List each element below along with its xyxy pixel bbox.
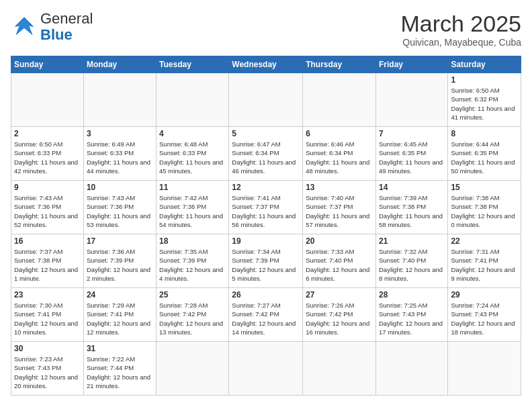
calendar-cell: 14Sunrise: 7:39 AMSunset: 7:38 PMDayligh… (375, 181, 447, 234)
calendar-cell (375, 342, 447, 396)
day-number: 7 (379, 129, 445, 138)
calendar-cell: 6Sunrise: 6:46 AMSunset: 6:34 PMDaylight… (303, 127, 376, 181)
calendar-cell (229, 342, 303, 396)
page-header: General Blue March 2025 Quivican, Mayabe… (11, 11, 521, 48)
logo-icon (11, 15, 38, 39)
day-number: 9 (14, 183, 81, 192)
day-number: 2 (14, 129, 81, 138)
day-number: 4 (159, 129, 226, 138)
days-of-week-row: SundayMondayTuesdayWednesdayThursdayFrid… (11, 56, 521, 73)
day-info: Sunrise: 7:23 AMSunset: 7:43 PMDaylight:… (14, 355, 81, 390)
day-number: 8 (451, 129, 518, 138)
calendar-cell: 15Sunrise: 7:38 AMSunset: 7:38 PMDayligh… (448, 181, 521, 234)
day-info: Sunrise: 7:31 AMSunset: 7:41 PMDaylight:… (451, 247, 518, 283)
day-info: Sunrise: 7:24 AMSunset: 7:43 PMDaylight:… (451, 301, 518, 336)
day-info: Sunrise: 7:25 AMSunset: 7:43 PMDaylight:… (379, 301, 445, 336)
calendar-week-4: 23Sunrise: 7:30 AMSunset: 7:41 PMDayligh… (11, 288, 521, 342)
day-header-wednesday: Wednesday (229, 56, 303, 73)
day-number: 31 (87, 344, 153, 353)
calendar-cell: 26Sunrise: 7:27 AMSunset: 7:42 PMDayligh… (229, 288, 303, 342)
day-number: 13 (306, 183, 373, 192)
day-info: Sunrise: 7:33 AMSunset: 7:40 PMDaylight:… (306, 247, 373, 283)
calendar-cell: 2Sunrise: 6:50 AMSunset: 6:33 PMDaylight… (11, 127, 84, 181)
logo-text: General Blue (40, 11, 93, 43)
day-number: 14 (379, 183, 445, 192)
day-info: Sunrise: 7:39 AMSunset: 7:38 PMDaylight:… (379, 193, 445, 229)
day-info: Sunrise: 6:50 AMSunset: 6:32 PMDaylight:… (451, 86, 518, 122)
day-number: 16 (14, 236, 81, 246)
day-header-thursday: Thursday (303, 56, 376, 73)
calendar-cell: 13Sunrise: 7:40 AMSunset: 7:37 PMDayligh… (303, 181, 376, 234)
calendar-cell: 21Sunrise: 7:32 AMSunset: 7:40 PMDayligh… (375, 234, 447, 288)
calendar-week-2: 9Sunrise: 7:43 AMSunset: 7:36 PMDaylight… (11, 181, 521, 234)
calendar-cell: 20Sunrise: 7:33 AMSunset: 7:40 PMDayligh… (303, 234, 376, 288)
day-info: Sunrise: 6:44 AMSunset: 6:35 PMDaylight:… (451, 140, 518, 175)
day-number: 15 (451, 183, 518, 192)
day-number: 25 (159, 290, 226, 300)
day-info: Sunrise: 7:26 AMSunset: 7:42 PMDaylight:… (306, 301, 373, 336)
calendar-cell: 4Sunrise: 6:48 AMSunset: 6:33 PMDaylight… (157, 127, 229, 181)
day-number: 28 (379, 290, 445, 300)
day-number: 21 (379, 236, 445, 246)
day-info: Sunrise: 7:43 AMSunset: 7:36 PMDaylight:… (87, 193, 153, 229)
calendar-cell: 11Sunrise: 7:42 AMSunset: 7:36 PMDayligh… (157, 181, 229, 234)
day-info: Sunrise: 7:38 AMSunset: 7:38 PMDaylight:… (451, 193, 518, 229)
day-info: Sunrise: 7:43 AMSunset: 7:36 PMDaylight:… (14, 193, 81, 229)
day-number: 6 (306, 129, 373, 138)
calendar-cell: 1Sunrise: 6:50 AMSunset: 6:32 PMDaylight… (448, 73, 521, 127)
calendar-cell: 5Sunrise: 6:47 AMSunset: 6:34 PMDaylight… (229, 127, 303, 181)
day-info: Sunrise: 7:37 AMSunset: 7:38 PMDaylight:… (14, 247, 81, 283)
day-number: 1 (451, 75, 518, 85)
day-number: 17 (87, 236, 153, 246)
day-info: Sunrise: 6:48 AMSunset: 6:33 PMDaylight:… (159, 140, 226, 175)
calendar-cell: 30Sunrise: 7:23 AMSunset: 7:43 PMDayligh… (11, 342, 84, 396)
calendar-cell: 7Sunrise: 6:45 AMSunset: 6:35 PMDaylight… (375, 127, 447, 181)
calendar-cell: 27Sunrise: 7:26 AMSunset: 7:42 PMDayligh… (303, 288, 376, 342)
svg-marker-1 (15, 19, 32, 34)
day-number: 20 (306, 236, 373, 246)
day-number: 29 (451, 290, 518, 300)
calendar-cell: 17Sunrise: 7:36 AMSunset: 7:39 PMDayligh… (83, 234, 156, 288)
day-info: Sunrise: 7:36 AMSunset: 7:39 PMDaylight:… (87, 247, 153, 283)
day-number: 30 (14, 344, 81, 353)
day-info: Sunrise: 7:22 AMSunset: 7:44 PMDaylight:… (87, 355, 153, 390)
calendar-cell: 22Sunrise: 7:31 AMSunset: 7:41 PMDayligh… (448, 234, 521, 288)
day-info: Sunrise: 7:29 AMSunset: 7:41 PMDaylight:… (87, 301, 153, 336)
calendar-cell (303, 342, 376, 396)
day-info: Sunrise: 7:35 AMSunset: 7:39 PMDaylight:… (159, 247, 226, 283)
day-number: 11 (159, 183, 226, 192)
day-info: Sunrise: 7:40 AMSunset: 7:37 PMDaylight:… (306, 193, 373, 229)
day-number: 18 (159, 236, 226, 246)
location-subtitle: Quivican, Mayabeque, Cuba (400, 37, 521, 48)
calendar-week-5: 30Sunrise: 7:23 AMSunset: 7:43 PMDayligh… (11, 342, 521, 396)
day-number: 22 (451, 236, 518, 246)
day-info: Sunrise: 6:50 AMSunset: 6:33 PMDaylight:… (14, 140, 81, 175)
day-header-monday: Monday (83, 56, 156, 73)
calendar-cell: 8Sunrise: 6:44 AMSunset: 6:35 PMDaylight… (448, 127, 521, 181)
calendar-cell: 29Sunrise: 7:24 AMSunset: 7:43 PMDayligh… (448, 288, 521, 342)
calendar-cell (448, 342, 521, 396)
calendar-cell: 10Sunrise: 7:43 AMSunset: 7:36 PMDayligh… (83, 181, 156, 234)
calendar-cell: 23Sunrise: 7:30 AMSunset: 7:41 PMDayligh… (11, 288, 84, 342)
calendar-cell (11, 73, 84, 127)
day-info: Sunrise: 7:34 AMSunset: 7:39 PMDaylight:… (232, 247, 300, 283)
day-number: 26 (232, 290, 300, 300)
calendar-cell: 3Sunrise: 6:49 AMSunset: 6:33 PMDaylight… (83, 127, 156, 181)
calendar-cell (229, 73, 303, 127)
day-number: 3 (87, 129, 153, 138)
calendar-cell (157, 73, 229, 127)
day-info: Sunrise: 6:47 AMSunset: 6:34 PMDaylight:… (232, 140, 300, 175)
day-info: Sunrise: 7:28 AMSunset: 7:42 PMDaylight:… (159, 301, 226, 336)
calendar-cell (375, 73, 447, 127)
day-header-sunday: Sunday (11, 56, 84, 73)
day-info: Sunrise: 7:27 AMSunset: 7:42 PMDaylight:… (232, 301, 300, 336)
calendar-week-0: 1Sunrise: 6:50 AMSunset: 6:32 PMDaylight… (11, 73, 521, 127)
calendar-table: SundayMondayTuesdayWednesdayThursdayFrid… (11, 56, 521, 396)
calendar-week-1: 2Sunrise: 6:50 AMSunset: 6:33 PMDaylight… (11, 127, 521, 181)
day-header-tuesday: Tuesday (157, 56, 229, 73)
day-info: Sunrise: 6:45 AMSunset: 6:35 PMDaylight:… (379, 140, 445, 175)
logo: General Blue (11, 11, 93, 43)
month-year-title: March 2025 (400, 11, 521, 37)
calendar-cell: 25Sunrise: 7:28 AMSunset: 7:42 PMDayligh… (157, 288, 229, 342)
calendar-cell: 28Sunrise: 7:25 AMSunset: 7:43 PMDayligh… (375, 288, 447, 342)
